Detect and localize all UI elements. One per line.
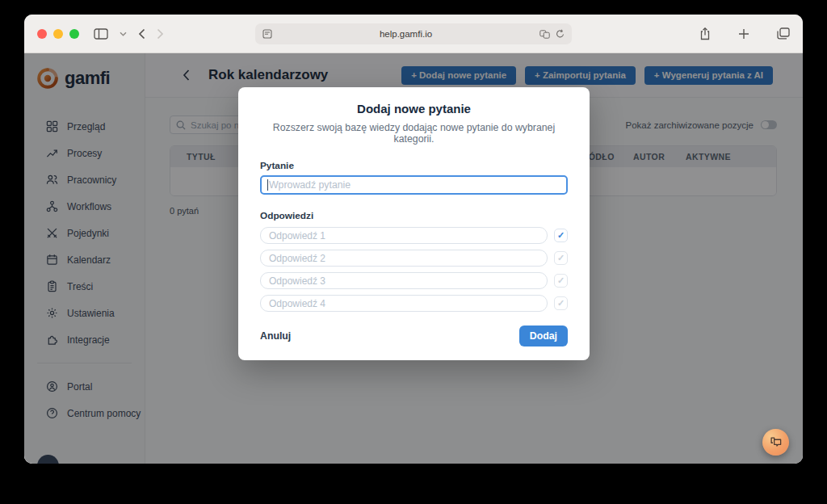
share-icon[interactable] <box>699 27 711 40</box>
sidebar-chevron-down-icon[interactable] <box>120 32 127 36</box>
add-question-modal: Dodaj nowe pytanie Rozszerz swoją bazę w… <box>238 87 590 360</box>
submit-button[interactable]: Dodaj <box>519 326 568 346</box>
question-field-wrap <box>260 175 568 195</box>
answer-input-1[interactable] <box>260 227 548 244</box>
toolbar-right-actions <box>699 27 790 40</box>
chat-fab[interactable] <box>762 429 789 456</box>
answer-correct-checkbox-3[interactable]: ✓ <box>554 274 568 288</box>
answer-row: ✓ <box>260 250 568 267</box>
window-controls <box>37 29 79 39</box>
forward-button[interactable] <box>157 28 164 40</box>
answer-correct-checkbox-1[interactable]: ✓ <box>554 229 568 242</box>
zoom-window-button[interactable] <box>69 29 79 39</box>
close-window-button[interactable] <box>37 29 47 39</box>
chat-bubbles-icon <box>770 436 783 448</box>
answer-input-4[interactable] <box>260 295 548 312</box>
question-input[interactable] <box>260 175 568 195</box>
browser-toolbar: help.gamfi.io <box>24 15 803 53</box>
answer-input-2[interactable] <box>260 250 548 267</box>
text-caret <box>267 179 268 191</box>
address-bar[interactable]: help.gamfi.io <box>255 23 572 44</box>
url-text[interactable]: help.gamfi.io <box>272 29 539 39</box>
answers-list: ✓ ✓ ✓ ✓ <box>260 227 568 312</box>
modal-title: Dodaj nowe pytanie <box>260 102 568 116</box>
answer-row: ✓ <box>260 272 568 289</box>
tab-overview-icon[interactable] <box>777 27 790 40</box>
answers-label: Odpowiedzi <box>260 210 568 221</box>
minimize-window-button[interactable] <box>53 29 63 39</box>
answer-correct-checkbox-2[interactable]: ✓ <box>554 251 568 265</box>
modal-footer: Anuluj Dodaj <box>260 326 568 346</box>
answer-correct-checkbox-4[interactable]: ✓ <box>554 296 568 310</box>
modal-subtitle: Rozszerz swoją bazę wiedzy dodając nowe … <box>260 122 568 145</box>
reader-icon[interactable] <box>262 29 272 39</box>
cancel-button[interactable]: Anuluj <box>260 330 291 342</box>
answer-row: ✓ <box>260 227 568 244</box>
new-tab-icon[interactable] <box>738 28 749 40</box>
answer-row: ✓ <box>260 295 568 312</box>
translate-icon[interactable] <box>539 30 550 39</box>
reload-icon[interactable] <box>556 29 565 39</box>
app-viewport: gamfi Przegląd Proc <box>24 53 803 464</box>
question-label: Pytanie <box>260 160 568 171</box>
answer-input-3[interactable] <box>260 272 548 289</box>
browser-window: help.gamfi.io <box>24 15 803 464</box>
sidebar-toggle-icon[interactable] <box>94 28 108 40</box>
back-button[interactable] <box>138 28 145 40</box>
